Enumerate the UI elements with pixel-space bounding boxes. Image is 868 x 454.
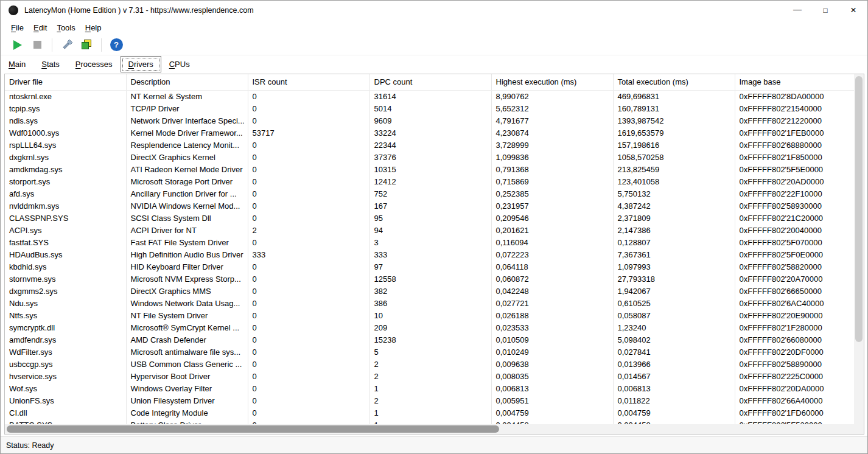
table-row[interactable]: storport.sysMicrosoft Storage Port Drive… — [5, 175, 855, 187]
table-cell: 0xFFFFF802'20A70000 — [735, 273, 855, 285]
table-cell: 1,23240 — [613, 321, 735, 334]
table-cell: 31614 — [369, 90, 491, 102]
table-row[interactable]: dxgmms2.sysDirectX Graphics MMS03820,042… — [5, 285, 855, 297]
table-cell: 0 — [248, 407, 369, 419]
table-row[interactable]: ndis.sysNetwork Driver Interface Speci..… — [5, 114, 855, 127]
table-cell: symcryptk.dll — [5, 321, 126, 334]
table-row[interactable]: fastfat.SYSFast FAT File System Driver03… — [5, 236, 855, 248]
table-cell: 167 — [369, 200, 491, 212]
stop-monitor-button[interactable] — [27, 37, 47, 54]
table-cell: 3 — [369, 236, 491, 248]
table-row[interactable]: tcpip.sysTCP/IP Driver050145,652312160,7… — [5, 102, 855, 114]
table-cell: 0xFFFFF802'66A40000 — [735, 394, 855, 407]
horizontal-scrollbar-thumb[interactable] — [7, 425, 499, 433]
table-row[interactable]: dxgkrnl.sysDirectX Graphics Kernel037376… — [5, 151, 855, 163]
close-button[interactable]: × — [839, 1, 867, 20]
table-cell: ATI Radeon Kernel Mode Driver — [126, 163, 248, 175]
help-button[interactable]: ? — [107, 37, 126, 54]
table-row[interactable]: ACPI.sysACPI Driver for NT2940,2016212,1… — [5, 224, 855, 236]
menu-file[interactable]: File — [6, 22, 29, 33]
table-cell: 0 — [248, 285, 369, 297]
table-row[interactable]: symcryptk.dllMicrosoft® SymCrypt Kernel … — [5, 321, 855, 334]
table-cell: 0,006813 — [613, 382, 735, 394]
table-row[interactable]: amdkmdag.sysATI Radeon Kernel Mode Drive… — [5, 163, 855, 175]
minimize-button[interactable]: — — [783, 1, 811, 20]
table-cell: Windows Network Data Usag... — [126, 297, 248, 309]
tab-main[interactable]: Main — [1, 56, 33, 72]
table-row[interactable]: afd.sysAncillary Function Driver for ...… — [5, 187, 855, 200]
tab-stats[interactable]: Stats — [33, 56, 68, 72]
menu-edit[interactable]: Edit — [29, 22, 52, 33]
options-button[interactable] — [57, 37, 77, 54]
table-row[interactable]: stornvme.sysMicrosoft NVM Express Storp.… — [5, 273, 855, 285]
table-row[interactable]: ntoskrnl.exeNT Kernel & System0316148,99… — [5, 90, 855, 102]
table-cell: ACPI.sys — [5, 224, 126, 236]
table-cell: 1,099836 — [491, 151, 613, 163]
column-header-1[interactable]: Description — [126, 74, 248, 90]
table-cell: 12412 — [369, 175, 491, 187]
table-cell: 0xFFFFF802'8DA00000 — [735, 90, 855, 102]
table-cell: amdkmdag.sys — [5, 163, 126, 175]
column-header-2[interactable]: ISR count — [248, 74, 369, 90]
toolbar: ? — [1, 35, 867, 55]
table-cell: 95 — [369, 212, 491, 224]
table-row[interactable]: hvservice.sysHypervisor Boot Driver020,0… — [5, 370, 855, 382]
stop-icon — [33, 41, 41, 49]
table-cell: 0 — [248, 200, 369, 212]
table-cell: hvservice.sys — [5, 370, 126, 382]
table-row[interactable]: Wof.sysWindows Overlay Filter010,0068130… — [5, 382, 855, 394]
column-header-4[interactable]: Highest execution (ms) — [491, 74, 613, 90]
table-cell: fastfat.SYS — [5, 236, 126, 248]
table-row[interactable]: amdfendr.sysAMD Crash Defender0152380,01… — [5, 334, 855, 346]
table-row[interactable]: Wdf01000.sysKernel Mode Driver Framewor.… — [5, 127, 855, 139]
table-row[interactable]: WdFilter.sysMicrosoft antimalware file s… — [5, 346, 855, 358]
table-row[interactable]: Ntfs.sysNT File System Driver0100,026188… — [5, 309, 855, 321]
table-row[interactable]: UnionFS.sysUnion Filesystem Driver020,00… — [5, 394, 855, 407]
column-header-5[interactable]: Total execution (ms) — [613, 74, 735, 90]
table-row[interactable]: Ndu.sysWindows Network Data Usag...03860… — [5, 297, 855, 309]
table-row[interactable]: nvlddmkm.sysNVIDIA Windows Kernel Mod...… — [5, 200, 855, 212]
table-cell: 0,011822 — [613, 394, 735, 407]
table-cell: ACPI Driver for NT — [126, 224, 248, 236]
table-row[interactable]: CI.dllCode Integrity Module010,0047590,0… — [5, 407, 855, 419]
table-cell: dxgmms2.sys — [5, 285, 126, 297]
table-cell: 0,116094 — [491, 236, 613, 248]
table-row[interactable]: rspLLL64.sysResplendence Latency Monit..… — [5, 139, 855, 151]
table-cell: 0,009638 — [491, 358, 613, 370]
copy-report-button[interactable] — [77, 37, 96, 54]
vertical-scrollbar[interactable] — [854, 74, 864, 424]
table-cell: 0 — [248, 370, 369, 382]
column-header-3[interactable]: DPC count — [369, 74, 491, 90]
window-title: LatencyMon (Home Edition ) v 7.31 - http… — [24, 6, 254, 15]
vertical-scrollbar-thumb[interactable] — [855, 76, 863, 342]
tab-drivers[interactable]: Drivers — [121, 56, 161, 72]
table-cell: 2,147386 — [613, 224, 735, 236]
play-icon — [13, 40, 22, 50]
column-header-0[interactable]: Driver file — [5, 74, 126, 90]
table-cell: 0xFFFFF802'58890000 — [735, 358, 855, 370]
table-cell: 0 — [248, 297, 369, 309]
table-cell: 0xFFFFF802'5F0E0000 — [735, 248, 855, 260]
tab-processes[interactable]: Processes — [68, 56, 121, 72]
tab-cpus[interactable]: CPUs — [161, 56, 198, 72]
menu-help[interactable]: Help — [80, 22, 107, 33]
maximize-button[interactable]: □ — [811, 1, 839, 20]
start-monitor-button[interactable] — [8, 37, 27, 54]
table-cell: 0,008035 — [491, 370, 613, 382]
app-icon[interactable] — [9, 5, 18, 15]
table-cell: Code Integrity Module — [126, 407, 248, 419]
table-cell: 2 — [248, 224, 369, 236]
table-cell: AMD Crash Defender — [126, 334, 248, 346]
table-cell: 10315 — [369, 163, 491, 175]
table-row[interactable]: usbccgp.sysUSB Common Class Generic ...0… — [5, 358, 855, 370]
table-row[interactable]: HDAudBus.sysHigh Definition Audio Bus Dr… — [5, 248, 855, 260]
menu-tools[interactable]: Tools — [52, 22, 80, 33]
horizontal-scrollbar[interactable] — [5, 424, 854, 434]
table-row[interactable]: kbdhid.sysHID Keyboard Filter Driver0970… — [5, 260, 855, 273]
table-row[interactable]: CLASSPNP.SYSSCSI Class System Dll0950,20… — [5, 212, 855, 224]
table-cell: 0,128807 — [613, 236, 735, 248]
column-header-6[interactable]: Image base — [735, 74, 855, 90]
table-cell: 0,013966 — [613, 358, 735, 370]
toolbar-separator — [101, 38, 102, 52]
table-cell: DirectX Graphics Kernel — [126, 151, 248, 163]
